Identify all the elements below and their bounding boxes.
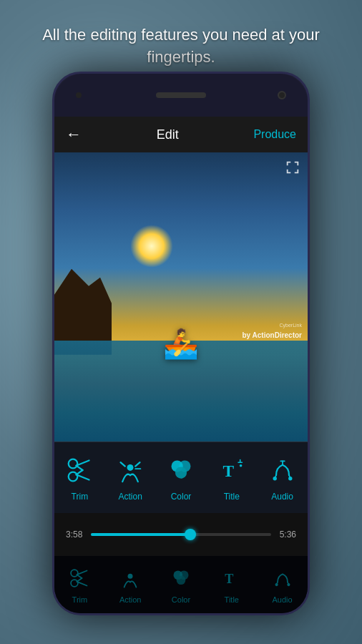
main-toolbar: Trim Action: [54, 441, 308, 513]
svg-point-14: [71, 570, 78, 577]
kayaker-figure: 🚣: [163, 327, 199, 361]
tool-action-dim: Action: [117, 565, 143, 604]
audio-icon-dim: [270, 565, 295, 591]
action-label: Action: [119, 492, 142, 502]
action-icon: [114, 454, 146, 486]
edit-title: Edit: [157, 127, 179, 142]
phone-screen: ← Edit Produce 🚣 CyberL: [54, 117, 308, 613]
tool-title-dim: T Title: [219, 565, 245, 604]
timeline-area[interactable]: 3:58 5:36: [54, 513, 308, 556]
svg-point-1: [69, 472, 78, 481]
headline: All the editing features you need at you…: [0, 24, 362, 69]
svg-point-0: [69, 459, 78, 468]
svg-point-13: [288, 477, 292, 480]
trim-label: Trim: [72, 492, 89, 502]
svg-point-9: [175, 467, 187, 478]
timeline-track[interactable]: [91, 533, 270, 536]
tool-title[interactable]: T Title: [216, 454, 248, 502]
video-frame: 🚣 CyberLink by ActionDirector: [54, 152, 308, 441]
action-icon-dim: [117, 565, 143, 591]
watermark-area: CyberLink by ActionDirector: [242, 323, 302, 341]
svg-point-11: [240, 464, 243, 467]
timeline-end-time: 5:36: [280, 530, 296, 540]
tool-color[interactable]: Color: [165, 454, 197, 502]
color-icon-dim: [168, 565, 194, 591]
svg-point-23: [177, 576, 186, 585]
trim-label-dim: Trim: [72, 595, 88, 604]
svg-line-4: [77, 465, 83, 469]
trim-icon: [64, 454, 95, 486]
phone-camera: [278, 91, 286, 99]
title-label: Title: [224, 492, 240, 502]
audio-icon: [267, 454, 298, 486]
tool-trim[interactable]: Trim: [64, 454, 95, 502]
tool-trim-dim: Trim: [67, 565, 92, 604]
audio-label: Audio: [271, 492, 293, 502]
svg-point-6: [127, 464, 134, 470]
svg-point-15: [71, 580, 78, 587]
svg-line-18: [77, 575, 82, 578]
timeline-fill: [91, 533, 190, 536]
svg-text:T: T: [225, 572, 233, 586]
svg-line-19: [77, 578, 82, 582]
svg-point-25: [275, 583, 278, 586]
sun-effect: [130, 225, 173, 268]
phone-top-bar: [54, 74, 308, 117]
tool-audio[interactable]: Audio: [267, 454, 298, 502]
bottom-toolbar-dimmed: Trim Action: [54, 556, 308, 613]
watermark-brand: by ActionDirector: [242, 331, 302, 339]
action-label-dim: Action: [119, 595, 142, 604]
phone-speaker: [156, 92, 206, 98]
phone-mockup: ← Edit Produce 🚣 CyberL: [52, 72, 310, 615]
tool-audio-dim: Audio: [270, 565, 295, 604]
svg-point-20: [128, 574, 133, 579]
edit-header: ← Edit Produce: [54, 117, 308, 152]
color-label-dim: Color: [172, 595, 190, 604]
phone-sensor: [76, 92, 82, 98]
back-button[interactable]: ←: [66, 125, 82, 144]
timeline-thumb[interactable]: [185, 529, 196, 540]
title-label-dim: Title: [225, 595, 239, 604]
title-icon-dim: T: [219, 565, 245, 591]
audio-label-dim: Audio: [273, 595, 293, 604]
tool-color-dim: Color: [168, 565, 194, 604]
color-label: Color: [171, 492, 192, 502]
tool-action[interactable]: Action: [114, 454, 146, 502]
watermark-cyberlink: CyberLink: [242, 323, 302, 328]
title-icon: T: [216, 454, 248, 486]
timeline-start-time: 3:58: [66, 530, 82, 540]
produce-button[interactable]: Produce: [253, 128, 296, 141]
svg-text:T: T: [222, 462, 234, 480]
svg-point-12: [273, 477, 276, 480]
svg-line-5: [77, 470, 83, 474]
trim-icon-dim: [67, 565, 92, 591]
fullscreen-button[interactable]: [285, 160, 300, 179]
color-icon: [165, 454, 197, 486]
svg-point-26: [287, 583, 290, 586]
video-preview-area[interactable]: 🚣 CyberLink by ActionDirector: [54, 152, 308, 441]
